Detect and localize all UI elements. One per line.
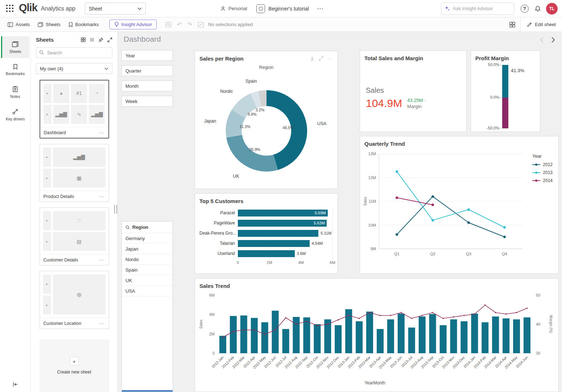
create-new-sheet-button[interactable]: +Create new sheet: [40, 339, 109, 392]
next-sheet-icon[interactable]: [551, 37, 555, 43]
sheet-selector-value: Sheet: [89, 6, 102, 12]
step-back-icon[interactable]: ↶: [177, 22, 182, 28]
sheet-overview-icon[interactable]: [504, 22, 520, 28]
chart-title: Profit Margin: [475, 55, 509, 61]
panel-resize-handle[interactable]: [114, 205, 117, 214]
donut-chart[interactable]: USA45.5%UK26.9%Japan11.3%Nordic9.9%Spain…: [195, 71, 338, 188]
filter-week[interactable]: Week: [121, 96, 173, 107]
sheet-thumbnail-dashboard[interactable]: ▸▸◕#1◔▂▅▇∿▂▅▇Dashboard···: [40, 80, 109, 139]
bar[interactable]: 5.63M: [238, 220, 327, 227]
selections-search-icon[interactable]: [165, 22, 172, 28]
sheets-button[interactable]: Sheets: [34, 20, 64, 29]
sales-bar: [524, 317, 530, 353]
sales-bar: [335, 325, 342, 353]
more-icon[interactable]: ···: [327, 56, 333, 61]
bar[interactable]: [238, 230, 318, 237]
sheets-search-input[interactable]: [36, 47, 112, 58]
bar-row-deak-perera-gro-[interactable]: Deak-Perera Gro...5.11M: [199, 228, 332, 238]
sidebar-item-key-drivers[interactable]: Key drivers: [1, 104, 29, 125]
fullscreen-icon[interactable]: [319, 56, 323, 61]
app-launcher-icon[interactable]: [4, 3, 15, 14]
quarterly-trend-chart[interactable]: 9M10M11M12M13MQ1Q2Q3Q4Sales: [362, 149, 527, 268]
filter-quarter[interactable]: Quarter: [121, 65, 173, 76]
kpi-body[interactable]: Sales 104.9M 43.25M · Margin: [366, 86, 426, 110]
sheet-canvas: Dashboard YearQuarterMonthWeek Region Ge…: [118, 32, 562, 392]
help-icon[interactable]: ?: [521, 5, 529, 13]
region-option-nordic[interactable]: Nordic: [122, 254, 173, 265]
bar-row-userland[interactable]: Userland3.6M: [199, 248, 332, 259]
chart-title: Sales Trend: [199, 283, 230, 289]
step-forward-icon[interactable]: ↷: [187, 22, 192, 28]
more-icon[interactable]: ···: [99, 321, 105, 326]
sales-bar: [482, 322, 488, 353]
clear-selections-icon[interactable]: [198, 22, 204, 28]
margin-point: [296, 323, 297, 325]
app-title-button[interactable]: Beginner's tutorial: [256, 4, 309, 13]
legend-item-2013[interactable]: 2013: [532, 170, 553, 175]
bookmarks-button[interactable]: Bookmarks: [65, 20, 103, 29]
donut-slice-uk[interactable]: [226, 135, 278, 172]
bar[interactable]: [238, 240, 310, 247]
expand-panel-icon[interactable]: [107, 37, 112, 42]
collapse-panel-icon[interactable]: [12, 382, 18, 387]
filter-month[interactable]: Month: [121, 81, 173, 91]
sheet-title: Dashboard: [124, 35, 161, 44]
y2-axis-title: Margin (%): [549, 315, 553, 333]
more-icon[interactable]: ···: [99, 130, 105, 135]
sidebar-item-sheets[interactable]: Sheets: [1, 36, 29, 58]
bar[interactable]: [238, 250, 295, 257]
insight-advisor-input[interactable]: [453, 6, 509, 11]
sidebar-item-bookmarks[interactable]: Bookmarks: [1, 59, 29, 81]
assets-button[interactable]: Assets: [4, 20, 34, 29]
insight-advisor-searchbox[interactable]: [441, 3, 514, 15]
sales-bar: [429, 314, 436, 353]
sheet-thumbnail-customer-details[interactable]: ▸▸∵▤Customer Details···: [40, 207, 109, 265]
bar-chart-icon: ▂▅▇: [89, 105, 105, 124]
sales-bar: [492, 317, 499, 353]
collection-dropdown[interactable]: My own (4): [36, 63, 112, 74]
bar-row-talarian[interactable]: Talarian4.54M: [199, 238, 332, 248]
list-view-icon[interactable]: [90, 38, 94, 42]
region-option-germany[interactable]: Germany: [122, 233, 173, 244]
sheet-name: Product Details: [44, 194, 99, 199]
user-avatar[interactable]: TL: [546, 3, 558, 15]
region-option-uk[interactable]: UK: [122, 275, 173, 286]
legend-label: 2013: [543, 170, 553, 175]
x-axis-tick: Q1: [394, 252, 400, 256]
space-selector[interactable]: Personal: [220, 6, 247, 12]
legend-item-2014[interactable]: 2014: [532, 178, 553, 183]
more-options-icon[interactable]: ⋯: [317, 5, 323, 13]
region-option-japan[interactable]: Japan: [122, 244, 173, 254]
grid-view-icon[interactable]: [81, 37, 86, 42]
sales-bar: [219, 336, 226, 353]
qlik-logo: Qlik: [19, 2, 37, 14]
search-icon: [39, 50, 44, 55]
notifications-bell-icon[interactable]: [534, 5, 541, 12]
legend-item-2012[interactable]: 2012: [532, 162, 553, 167]
region-filter-listbox[interactable]: Region GermanyJapanNordicSpainUKUSA: [121, 221, 173, 392]
more-icon[interactable]: ···: [99, 257, 105, 263]
filter-year[interactable]: Year: [121, 50, 173, 61]
sheet-thumbnail-product-details[interactable]: ▸▸▂▅▇▦Product Details···: [40, 144, 109, 202]
gauge-bar[interactable]: [502, 65, 508, 128]
bar-row-paracel[interactable]: Paracel5.69M: [199, 208, 332, 218]
pin-panel-icon[interactable]: [98, 37, 103, 42]
edit-sheet-button[interactable]: Edit sheet: [520, 17, 562, 32]
download-icon[interactable]: [310, 56, 315, 61]
bar-row-pagewave[interactable]: PageWave5.63M: [199, 218, 332, 228]
bar-value-label: 5.63M: [314, 221, 325, 225]
insight-advisor-button[interactable]: Insight Advisor: [109, 20, 157, 29]
sheet-thumbnail-preview: ▸▸◍: [40, 271, 109, 318]
sales-trend-chart[interactable]: 02M4M6M3040502012-Jan2012-Feb2012-Mar201…: [197, 291, 556, 389]
region-option-spain[interactable]: Spain: [122, 265, 173, 275]
sheet-selector-dropdown[interactable]: Sheet: [85, 3, 146, 15]
region-filter-title: Region: [132, 224, 148, 230]
kpi-label: Sales: [366, 86, 426, 95]
region-option-usa[interactable]: USA: [122, 286, 173, 296]
more-icon[interactable]: ···: [99, 194, 105, 199]
sheet-thumbnail-customer-location[interactable]: ▸▸◍Customer Location···: [40, 271, 109, 329]
sidebar-item-notes[interactable]: Notes: [1, 81, 29, 103]
bar-category-label: PageWave: [199, 220, 238, 226]
bar[interactable]: 5.69M: [238, 210, 328, 216]
top5-bar-chart[interactable]: Paracel5.69MPageWave5.63MDeak-Perera Gro…: [199, 208, 332, 270]
